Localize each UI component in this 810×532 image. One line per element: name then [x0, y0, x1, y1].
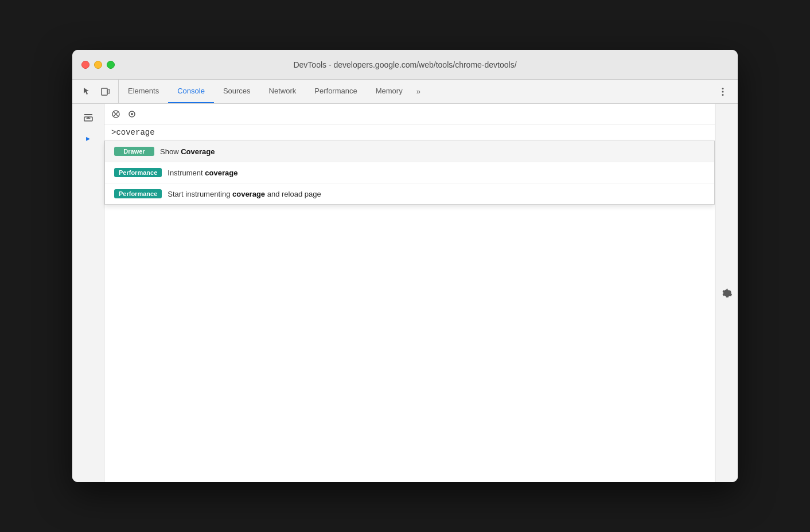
svg-rect-5	[84, 114, 92, 115]
autocomplete-dropdown: Drawer Show Coverage Performance Instrum…	[104, 141, 715, 205]
console-toolbar	[104, 104, 715, 124]
filter-button[interactable]	[125, 107, 139, 121]
autocomplete-item-text-0: Show Coverage	[160, 147, 215, 156]
toolbar-right	[710, 84, 735, 100]
title-bar: DevTools - developers.google.com/web/too…	[72, 50, 738, 80]
tab-elements[interactable]: Elements	[119, 80, 168, 103]
tab-console[interactable]: Console	[168, 80, 214, 103]
badge-performance-0: Performance	[114, 168, 162, 177]
tab-network[interactable]: Network	[260, 80, 306, 103]
main-content: ▸	[72, 104, 738, 482]
badge-performance-1: Performance	[114, 189, 162, 198]
search-input[interactable]: >coverage	[111, 128, 708, 137]
traffic-lights	[81, 61, 115, 69]
autocomplete-item-start-instrumenting[interactable]: Performance Start instrumenting coverage…	[105, 183, 714, 204]
window-title: DevTools - developers.google.com/web/too…	[293, 60, 516, 69]
maximize-button[interactable]	[107, 61, 115, 69]
badge-drawer: Drawer	[114, 147, 154, 156]
svg-rect-1	[108, 89, 110, 93]
device-toolbar-button[interactable]	[98, 84, 114, 100]
toolbar-left	[75, 80, 119, 103]
search-row: >coverage	[104, 124, 715, 141]
devtools-toolbar: Elements Console Sources Network Perform…	[72, 80, 738, 104]
close-button[interactable]	[81, 61, 89, 69]
svg-point-2	[722, 88, 724, 89]
sidebar: ▸	[72, 104, 104, 482]
svg-point-3	[722, 91, 724, 92]
autocomplete-item-show-coverage[interactable]: Drawer Show Coverage	[105, 141, 714, 162]
autocomplete-item-text-2: Start instrumenting coverage and reload …	[168, 190, 321, 198]
more-options-button[interactable]	[715, 84, 731, 100]
autocomplete-item-instrument-coverage[interactable]: Performance Instrument coverage	[105, 162, 714, 183]
svg-point-4	[722, 94, 724, 96]
tab-sources[interactable]: Sources	[214, 80, 260, 103]
tab-memory[interactable]: Memory	[367, 80, 412, 103]
tabs: Elements Console Sources Network Perform…	[119, 80, 710, 103]
settings-button[interactable]	[715, 104, 738, 482]
minimize-button[interactable]	[94, 61, 102, 69]
devtools-window: DevTools - developers.google.com/web/too…	[72, 50, 738, 482]
sidebar-expand-button[interactable]: ▸	[86, 134, 90, 143]
autocomplete-item-text-1: Instrument coverage	[168, 169, 237, 177]
clear-console-button[interactable]	[109, 107, 123, 121]
svg-rect-0	[102, 88, 107, 95]
tab-overflow-button[interactable]: »	[412, 87, 425, 96]
show-console-drawer-button[interactable]	[79, 108, 98, 127]
console-panel: >coverage Drawer Show Coverage Performan…	[104, 104, 715, 482]
tab-performance[interactable]: Performance	[305, 80, 366, 103]
inspect-element-button[interactable]	[79, 84, 95, 100]
svg-point-12	[131, 113, 133, 115]
